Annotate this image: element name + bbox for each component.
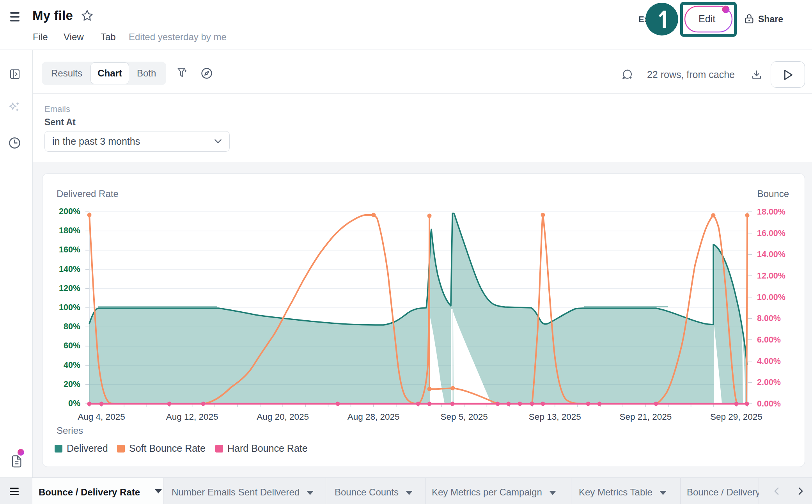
svg-text:120%: 120% bbox=[59, 284, 80, 293]
svg-text:80%: 80% bbox=[64, 322, 80, 331]
svg-text:Aug 28, 2025: Aug 28, 2025 bbox=[347, 412, 400, 422]
svg-text:2.00%: 2.00% bbox=[757, 378, 781, 387]
svg-text:18.00%: 18.00% bbox=[757, 207, 785, 217]
svg-text:8.00%: 8.00% bbox=[757, 314, 781, 323]
svg-text:Series: Series bbox=[57, 425, 83, 436]
svg-text:Sep 29, 2025: Sep 29, 2025 bbox=[710, 412, 762, 422]
svg-text:Delivered Rate: Delivered Rate bbox=[57, 188, 119, 199]
svg-text:Hard Bounce Rate: Hard Bounce Rate bbox=[227, 443, 308, 454]
svg-text:0.00%: 0.00% bbox=[757, 399, 781, 408]
svg-text:4.00%: 4.00% bbox=[757, 357, 781, 366]
svg-text:Aug 4, 2025: Aug 4, 2025 bbox=[78, 412, 125, 422]
svg-text:14.00%: 14.00% bbox=[757, 250, 785, 259]
svg-text:16.00%: 16.00% bbox=[757, 229, 785, 238]
svg-text:200%: 200% bbox=[59, 207, 80, 216]
svg-text:Delivered: Delivered bbox=[67, 443, 108, 454]
svg-text:100%: 100% bbox=[59, 303, 80, 312]
svg-text:Soft Bounce Rate: Soft Bounce Rate bbox=[129, 443, 206, 454]
svg-text:180%: 180% bbox=[59, 226, 80, 235]
svg-text:12.00%: 12.00% bbox=[757, 271, 785, 280]
svg-text:Sep 13, 2025: Sep 13, 2025 bbox=[529, 412, 581, 422]
svg-text:Aug 20, 2025: Aug 20, 2025 bbox=[257, 412, 309, 422]
svg-text:Bounce: Bounce bbox=[757, 188, 789, 199]
svg-text:Sep 5, 2025: Sep 5, 2025 bbox=[441, 412, 488, 422]
svg-text:20%: 20% bbox=[64, 380, 80, 389]
svg-text:40%: 40% bbox=[64, 360, 80, 370]
svg-text:60%: 60% bbox=[64, 341, 80, 350]
svg-text:Aug 12, 2025: Aug 12, 2025 bbox=[166, 412, 218, 422]
svg-text:0%: 0% bbox=[68, 399, 80, 408]
svg-text:10.00%: 10.00% bbox=[757, 293, 785, 302]
svg-text:160%: 160% bbox=[59, 245, 80, 254]
svg-text:140%: 140% bbox=[59, 264, 80, 274]
svg-text:Sep 21, 2025: Sep 21, 2025 bbox=[619, 412, 672, 422]
svg-text:6.00%: 6.00% bbox=[757, 335, 781, 344]
